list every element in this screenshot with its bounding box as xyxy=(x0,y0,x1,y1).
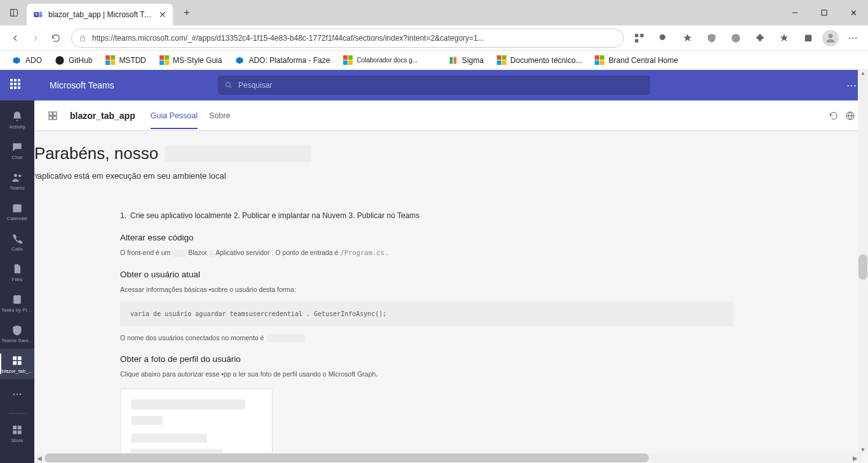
minimize-button[interactable] xyxy=(780,0,810,25)
bookmarks-bar: ADO GitHub MSTDD MS-Style Guia ADO: Plat… xyxy=(0,51,868,70)
svg-rect-40 xyxy=(49,112,52,115)
hero-title: Parabéns, nosso xyxy=(34,144,158,163)
waffle-icon[interactable] xyxy=(10,79,23,92)
tab-close-icon[interactable]: ✕ xyxy=(159,10,166,20)
app-tabs: blazor_tab_app Guia Pessoal Sobre xyxy=(34,100,868,131)
rail-calendar[interactable]: Calendar xyxy=(0,196,34,226)
svg-rect-43 xyxy=(53,116,57,119)
svg-rect-27 xyxy=(13,356,17,360)
svg-point-31 xyxy=(13,394,15,396)
tab-personal[interactable]: Guia Pessoal xyxy=(151,102,198,129)
vertical-scrollbar[interactable]: ▲ ▼ xyxy=(858,70,868,453)
code-block: varia de usuário aguardar teamsusercrede… xyxy=(120,301,733,326)
refresh-button[interactable] xyxy=(46,28,66,48)
mute-icon[interactable] xyxy=(726,28,746,48)
svg-rect-20 xyxy=(450,57,453,64)
svg-point-16 xyxy=(849,37,850,38)
ms-icon xyxy=(595,55,605,66)
apps-icon[interactable] xyxy=(629,28,649,48)
teams-search[interactable]: Pesquisar xyxy=(218,76,650,95)
svg-rect-9 xyxy=(635,34,638,37)
shield-icon[interactable] xyxy=(702,28,722,48)
rail-calls[interactable]: Calls xyxy=(0,226,34,257)
p-username: O nome dos usuários conectados no moment… xyxy=(120,333,733,343)
ms-icon xyxy=(105,55,115,66)
rail-files[interactable]: Files xyxy=(0,257,34,287)
extensions-icon[interactable] xyxy=(750,28,770,48)
steps-list: 1.Crie seu aplicativo localmente 2. Publ… xyxy=(120,211,733,220)
more-icon[interactable] xyxy=(843,28,863,48)
svg-rect-29 xyxy=(13,361,17,364)
window-controls: ✕ xyxy=(780,0,868,25)
bookmark-ado-platform[interactable]: ADO: Plataforma - Faze xyxy=(231,55,334,66)
svg-point-13 xyxy=(731,34,740,43)
svg-rect-11 xyxy=(635,39,638,42)
bookmark-mstdd[interactable]: MSTDD xyxy=(101,55,150,66)
new-tab-button[interactable]: + xyxy=(178,4,196,22)
svg-rect-41 xyxy=(53,112,57,115)
globe-icon[interactable] xyxy=(845,111,855,121)
horizontal-scrollbar[interactable]: ◀ ▶ xyxy=(34,453,860,463)
rail-chat[interactable]: Chat xyxy=(0,135,34,165)
browser-toolbar: https://teams.microsoft.com/_#/apps/d133… xyxy=(0,25,868,51)
tab-about[interactable]: Sobre xyxy=(209,102,230,129)
bookmark-brand[interactable]: Brand Central Home xyxy=(591,55,682,66)
svg-rect-14 xyxy=(805,34,812,41)
hero-subtitle: Yaplicativo está em execução em seu ambi… xyxy=(34,171,868,181)
p-frontend: O front-end é um Blazor Aplicativo servi… xyxy=(120,247,733,258)
svg-point-12 xyxy=(660,34,665,40)
back-button[interactable] xyxy=(5,28,25,48)
close-button[interactable]: ✕ xyxy=(839,0,868,25)
tab-title: blazor_tab_app | Microsoft Teams xyxy=(48,10,155,19)
tab-actions-icon[interactable] xyxy=(5,4,23,22)
maximize-button[interactable] xyxy=(810,0,839,25)
rail-store[interactable]: Store xyxy=(0,418,34,448)
svg-text:T: T xyxy=(35,13,37,17)
teams-more-icon[interactable]: ⋯ xyxy=(846,79,858,92)
svg-rect-21 xyxy=(454,57,457,64)
bookmark-docs[interactable]: Documento técnico... xyxy=(492,55,586,66)
url-text: https://teams.microsoft.com/_#/apps/d133… xyxy=(92,34,617,43)
refresh-app-icon[interactable] xyxy=(829,111,839,121)
search-icon xyxy=(224,81,233,90)
bookmark-colab[interactable]: Colaborador docs g... xyxy=(339,55,421,66)
teams-favicon-icon: T xyxy=(33,10,43,20)
bookmark-sigma[interactable]: Sigma xyxy=(444,55,487,66)
rail-tasks[interactable]: Tasks by Pla... xyxy=(0,287,34,318)
teams-header: Microsoft Teams Pesquisar ⋯ xyxy=(0,70,868,100)
bookmark-msstyle[interactable]: MS-Style Guia xyxy=(155,55,226,66)
search-placeholder: Pesquisar xyxy=(238,81,272,90)
app-main: blazor_tab_app Guia Pessoal Sobre Parabé… xyxy=(34,100,868,463)
profile-avatar[interactable] xyxy=(822,30,839,46)
browser-tab[interactable]: T blazor_tab_app | Microsoft Teams ✕ xyxy=(27,4,173,25)
svg-point-24 xyxy=(18,174,21,177)
rail-teams-sample[interactable]: Teams Sam... xyxy=(0,318,34,349)
rail-more[interactable] xyxy=(0,379,34,410)
bookmark-github[interactable]: GitHub xyxy=(51,55,96,66)
ms-icon xyxy=(496,55,506,66)
svg-rect-30 xyxy=(18,361,22,364)
svg-point-32 xyxy=(17,394,18,396)
favorites-star-icon[interactable] xyxy=(774,28,794,48)
collections-icon[interactable] xyxy=(798,28,818,48)
zoom-icon[interactable] xyxy=(653,28,674,48)
app-name: blazor_tab_app xyxy=(70,111,135,121)
left-rail: Activity Chat Teams Calendar Calls Files… xyxy=(0,100,34,463)
forward-button[interactable] xyxy=(25,28,46,48)
rail-blazor-app[interactable]: blazor_tab_... xyxy=(0,349,34,379)
svg-rect-10 xyxy=(641,34,644,37)
ado-icon xyxy=(234,55,245,66)
svg-point-33 xyxy=(20,394,22,396)
svg-rect-26 xyxy=(13,295,21,303)
rail-teams[interactable]: Teams xyxy=(0,165,34,196)
favorite-icon[interactable] xyxy=(677,28,698,48)
h-user: Obter o usuário atual xyxy=(120,270,733,279)
svg-rect-5 xyxy=(39,14,43,17)
scroll-thumb-x[interactable] xyxy=(44,453,649,462)
github-icon xyxy=(55,55,65,66)
svg-rect-28 xyxy=(18,356,22,360)
url-bar[interactable]: https://teams.microsoft.com/_#/apps/d133… xyxy=(71,29,624,48)
rail-activity[interactable]: Activity xyxy=(0,104,34,135)
scroll-thumb-y[interactable] xyxy=(858,254,867,280)
bookmark-ado[interactable]: ADO xyxy=(8,55,46,66)
